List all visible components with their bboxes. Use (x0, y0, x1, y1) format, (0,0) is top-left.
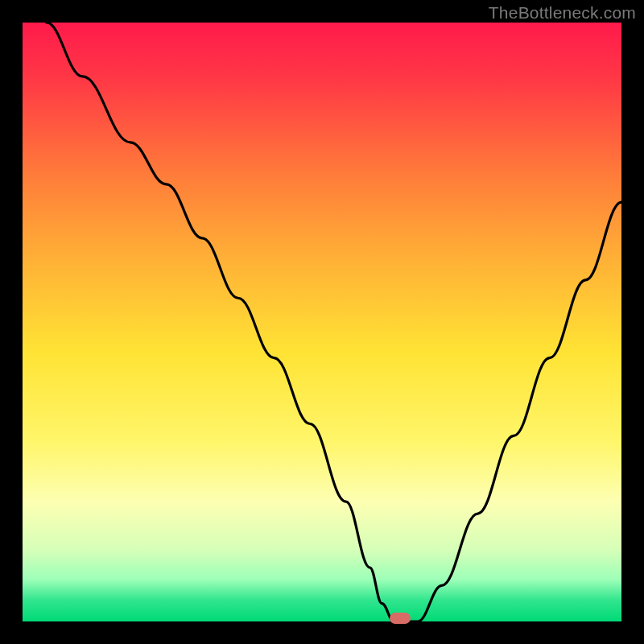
chart-background (23, 23, 621, 621)
chart-frame: TheBottleneck.com (0, 0, 644, 644)
bottleneck-chart (23, 23, 621, 621)
optimal-marker (390, 613, 411, 624)
watermark-text: TheBottleneck.com (489, 3, 636, 23)
